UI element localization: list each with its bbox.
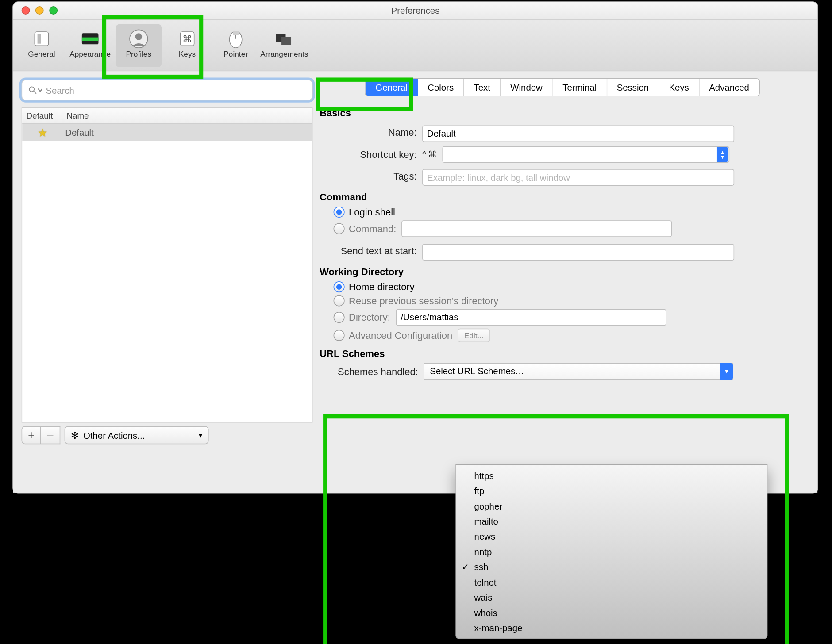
profiles-icon (127, 27, 150, 50)
col-name[interactable]: Name (62, 108, 312, 123)
window-controls (22, 6, 58, 15)
toolbar-label: Profiles (126, 50, 151, 58)
tab-keys[interactable]: Keys (659, 79, 700, 96)
tags-input[interactable] (422, 169, 734, 186)
url-schemes-menu[interactable]: httpsftpgophermailtonewsnntp✓sshtelnetwa… (455, 464, 767, 639)
close-window-button[interactable] (22, 6, 30, 15)
svg-rect-1 (38, 34, 41, 44)
tab-window[interactable]: Window (501, 79, 553, 96)
directory-input[interactable] (396, 309, 666, 326)
add-profile-button[interactable]: + (22, 426, 41, 445)
toolbar-appearance[interactable]: Appearance (67, 24, 113, 67)
url-schemes-placeholder: Select URL Schemes… (430, 366, 524, 376)
radio-icon (334, 207, 345, 218)
gear-icon: ✻ (71, 429, 79, 441)
profile-name-input[interactable] (422, 125, 734, 142)
scheme-option-whois[interactable]: whois (456, 605, 767, 620)
profile-row[interactable]: ★Default (22, 124, 312, 141)
scheme-label: nntp (474, 546, 492, 557)
scheme-option-mailto[interactable]: mailto (456, 514, 767, 529)
tab-general[interactable]: General (366, 79, 418, 96)
home-dir-radio[interactable]: Home directory (334, 281, 806, 292)
command-label: Command: (349, 223, 396, 234)
scheme-label: whois (474, 607, 497, 618)
scheme-option-https[interactable]: https (456, 468, 767, 483)
general-icon (30, 27, 53, 50)
svg-rect-12 (281, 37, 291, 45)
svg-rect-3 (82, 38, 99, 41)
toolbar-general[interactable]: General (19, 24, 64, 67)
edit-advanced-button: Edit... (458, 328, 490, 342)
other-actions-label: Other Actions... (83, 430, 145, 441)
section-workingdir-title: Working Directory (320, 266, 806, 277)
search-icon (28, 85, 38, 95)
window-title: Preferences (391, 6, 440, 16)
command-input[interactable] (402, 220, 672, 237)
command-radio[interactable]: Command: (334, 220, 806, 237)
search-input[interactable] (43, 85, 306, 96)
star-icon: ★ (38, 126, 47, 139)
scheme-option-telnet[interactable]: telnet (456, 575, 767, 590)
section-command-title: Command (320, 191, 806, 202)
scheme-option-gopher[interactable]: gopher (456, 498, 767, 513)
shortcut-label: Shortcut key: (318, 149, 422, 160)
section-urlschemes-title: URL Schemes (320, 348, 806, 359)
tab-session[interactable]: Session (607, 79, 659, 96)
custom-dir-label: Directory: (349, 311, 390, 322)
tab-text[interactable]: Text (464, 79, 501, 96)
profiles-footer: + – ✻ Other Actions... ▾ (22, 426, 313, 445)
scheme-option-news[interactable]: news (456, 529, 767, 544)
radio-icon (334, 295, 345, 306)
scheme-option-ssh[interactable]: ✓ssh (456, 559, 767, 574)
svg-point-5 (135, 33, 143, 40)
other-actions-menu[interactable]: ✻ Other Actions... ▾ (65, 426, 209, 445)
col-default[interactable]: Default (22, 108, 62, 123)
tab-advanced[interactable]: Advanced (699, 79, 759, 96)
preferences-window: Preferences GeneralAppearanceProfiles⌘Ke… (12, 1, 818, 493)
zoom-window-button[interactable] (49, 6, 58, 15)
tab-terminal[interactable]: Terminal (553, 79, 607, 96)
custom-dir-radio[interactable]: Directory: (334, 309, 806, 326)
toolbar-keys[interactable]: ⌘Keys (164, 24, 210, 67)
name-label: Name: (318, 126, 422, 138)
toolbar-arrangements[interactable]: Arrangements (262, 24, 307, 67)
reuse-dir-radio[interactable]: Reuse previous session's directory (334, 295, 806, 306)
scheme-label: x-man-page (474, 623, 523, 633)
reuse-dir-label: Reuse previous session's directory (349, 295, 498, 306)
pointer-icon (224, 27, 247, 50)
radio-icon (334, 311, 345, 322)
keys-icon: ⌘ (175, 27, 199, 50)
tags-label: Tags: (318, 171, 422, 182)
toolbar-label: Arrangements (260, 50, 308, 58)
advanced-config-radio[interactable]: Advanced Configuration Edit... (334, 328, 806, 342)
home-dir-label: Home directory (349, 281, 415, 292)
minimize-window-button[interactable] (35, 6, 44, 15)
appearance-icon (78, 27, 102, 50)
toolbar-pointer[interactable]: Pointer (213, 24, 258, 67)
svg-rect-10 (233, 31, 239, 35)
shortcut-key-combo[interactable]: ▲▼ (443, 146, 730, 163)
scheme-option-ftp[interactable]: ftp (456, 483, 767, 498)
svg-text:⌘: ⌘ (182, 34, 192, 45)
svg-rect-0 (35, 32, 48, 46)
profiles-table-header: Default Name (22, 108, 312, 124)
scheme-label: news (474, 531, 496, 542)
login-shell-radio[interactable]: Login shell (334, 207, 806, 218)
url-schemes-select[interactable]: Select URL Schemes… ▼ (424, 363, 733, 380)
scheme-option-wais[interactable]: wais (456, 590, 767, 605)
profiles-search[interactable] (22, 80, 313, 100)
toolbar-label: Pointer (223, 50, 248, 58)
sendtext-input[interactable] (422, 244, 734, 261)
scheme-label: https (474, 470, 494, 481)
scheme-option-x-man-page[interactable]: x-man-page (456, 620, 767, 635)
profile-tabs: GeneralColorsTextWindowTerminalSessionKe… (365, 78, 760, 96)
radio-icon (334, 281, 345, 292)
toolbar-profiles[interactable]: Profiles (116, 24, 162, 67)
tab-colors[interactable]: Colors (418, 79, 464, 96)
toolbar-label: General (28, 50, 55, 58)
scheme-option-nntp[interactable]: nntp (456, 544, 767, 559)
scheme-label: telnet (474, 577, 497, 587)
chevron-down-icon: ▾ (199, 431, 202, 439)
chevron-down-icon: ▼ (720, 363, 733, 380)
stepper-icon: ▲▼ (717, 146, 728, 161)
